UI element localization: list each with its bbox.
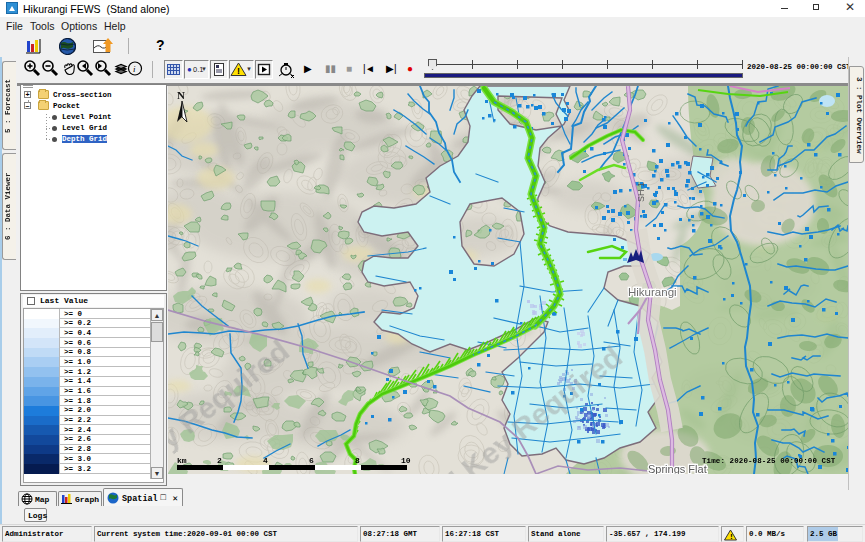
svg-text:10: 10 xyxy=(401,456,411,465)
svg-text:2: 2 xyxy=(217,456,222,465)
svg-text:6: 6 xyxy=(309,456,314,465)
svg-text:!: ! xyxy=(729,532,734,541)
svg-text:N: N xyxy=(177,89,185,101)
svg-text:Time: 2020-08-25 00:00:00 CST: Time: 2020-08-25 00:00:00 CST xyxy=(702,457,836,465)
svg-text:Hikurangi: Hikurangi xyxy=(628,286,677,298)
svg-text:Springs Flat: Springs Flat xyxy=(648,463,707,474)
svg-text:i: i xyxy=(133,64,136,74)
svg-text:8: 8 xyxy=(355,456,360,465)
svg-text:km: km xyxy=(177,456,187,465)
svg-text:!: ! xyxy=(237,66,240,76)
svg-text:4: 4 xyxy=(263,456,268,465)
svg-text:SH 1: SH 1 xyxy=(636,182,646,202)
